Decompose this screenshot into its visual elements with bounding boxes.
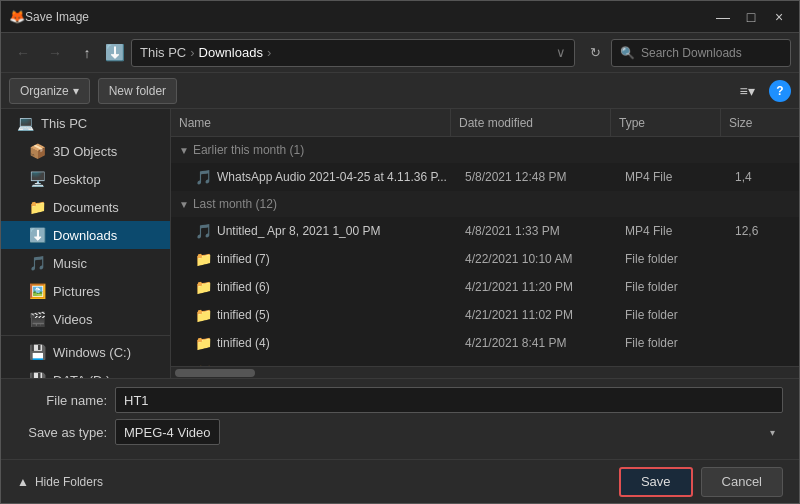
sidebar-item-3d-objects[interactable]: 📦 3D Objects [1, 137, 170, 165]
h-scrollbar-thumb [175, 369, 255, 377]
cancel-button[interactable]: Cancel [701, 467, 783, 497]
sidebar-item-label-windows-c: Windows (C:) [53, 345, 131, 360]
sidebar-item-pictures[interactable]: 🖼️ Pictures [1, 277, 170, 305]
file-icon-tinified7: 📁 [195, 251, 211, 267]
file-icon-tinified5: 📁 [195, 307, 211, 323]
form-area: File name: Save as type: MPEG-4 Video We… [1, 378, 799, 459]
file-type-tinified4: File folder [617, 336, 727, 350]
search-icon: 🔍 [620, 46, 635, 60]
search-box[interactable]: 🔍 Search Downloads [611, 39, 791, 67]
file-list: ▼ Earlier this month (1) 🎵 WhatsApp Audi… [171, 137, 799, 366]
save-dialog: 🦊 Save Image — □ × ← → ↑ ⬇️ This PC › Do… [0, 0, 800, 504]
col-name-header[interactable]: Name [171, 109, 451, 136]
col-date-label: Date modified [459, 116, 533, 130]
file-icon-tinified6: 📁 [195, 279, 211, 295]
help-button[interactable]: ? [769, 80, 791, 102]
desktop-icon: 🖥️ [29, 171, 45, 187]
sidebar-item-windows-c[interactable]: 💾 Windows (C:) [1, 338, 170, 366]
view-chevron-icon: ▾ [748, 83, 755, 99]
file-icon-tinified4: 📁 [195, 335, 211, 351]
sidebar-item-videos[interactable]: 🎬 Videos [1, 305, 170, 333]
up-button[interactable]: ↑ [73, 39, 101, 67]
address-sep: › [190, 45, 194, 60]
horizontal-scrollbar[interactable] [171, 366, 799, 378]
table-row[interactable]: 📁 tinified (7) 4/22/2021 10:10 AM File f… [171, 245, 799, 273]
sidebar-scroll: 💻 This PC 📦 3D Objects 🖥️ Desktop 📁 Docu… [1, 109, 170, 378]
organize-chevron-icon: ▾ [73, 84, 79, 98]
file-name-tinified4: tinified (4) [217, 336, 457, 350]
savetype-chevron-icon: ▾ [770, 427, 775, 438]
music-icon: 🎵 [29, 255, 45, 271]
savetype-label: Save as type: [17, 425, 107, 440]
table-row[interactable]: 📁 tinified (5) 4/21/2021 11:02 PM File f… [171, 301, 799, 329]
file-name-whatsapp: WhatsApp Audio 2021-04-25 at 4.11.36 P..… [217, 170, 457, 184]
forward-button[interactable]: → [41, 39, 69, 67]
savetype-row: Save as type: MPEG-4 Video WebM Video OG… [17, 419, 783, 445]
file-type-tinified7: File folder [617, 252, 727, 266]
file-date-tinified7: 4/22/2021 10:10 AM [457, 252, 617, 266]
sidebar-item-downloads[interactable]: ⬇️ Downloads [1, 221, 170, 249]
refresh-button[interactable]: ↻ [583, 41, 607, 65]
sidebar-item-documents[interactable]: 📁 Documents [1, 193, 170, 221]
file-type-tinified5: File folder [617, 308, 727, 322]
group-earlier-this-month[interactable]: ▼ Earlier this month (1) [171, 137, 799, 163]
view-toggle-button[interactable]: ≡ ▾ [733, 78, 761, 104]
group-earlier-label: Earlier this month (1) [193, 143, 304, 157]
sidebar-item-label-desktop: Desktop [53, 172, 101, 187]
downloads-icon: ⬇️ [29, 227, 45, 243]
sidebar-item-label-pictures: Pictures [53, 284, 100, 299]
sidebar-item-desktop[interactable]: 🖥️ Desktop [1, 165, 170, 193]
3d-objects-icon: 📦 [29, 143, 45, 159]
table-row[interactable]: 📁 tinified (4) 4/21/2021 8:41 PM File fo… [171, 329, 799, 357]
address-bar[interactable]: This PC › Downloads › ∨ [131, 39, 575, 67]
minimize-button[interactable]: — [711, 5, 735, 29]
title-bar: 🦊 Save Image — □ × [1, 1, 799, 33]
sidebar-item-data-d[interactable]: 💾 DATA (D:) [1, 366, 170, 378]
address-crumb-folder: Downloads [199, 45, 263, 60]
col-date-header[interactable]: Date modified [451, 109, 611, 136]
hide-folders-button[interactable]: ▲ Hide Folders [17, 475, 103, 489]
file-icon-whatsapp: 🎵 [195, 169, 211, 185]
sidebar-item-label-3d: 3D Objects [53, 144, 117, 159]
col-size-header[interactable]: Size [721, 109, 799, 136]
new-folder-button[interactable]: New folder [98, 78, 177, 104]
hide-folders-icon: ▲ [17, 475, 29, 489]
col-size-label: Size [729, 116, 752, 130]
table-row[interactable]: 📁 tinified (6) 4/21/2021 11:20 PM File f… [171, 273, 799, 301]
savetype-wrapper: MPEG-4 Video WebM Video OGG Video ▾ [115, 419, 783, 445]
new-folder-label: New folder [109, 84, 166, 98]
footer: ▲ Hide Folders Save Cancel [1, 459, 799, 503]
sidebar-item-label-videos: Videos [53, 312, 93, 327]
search-placeholder: Search Downloads [641, 46, 742, 60]
pictures-icon: 🖼️ [29, 283, 45, 299]
file-date-untitled: 4/8/2021 1:33 PM [457, 224, 617, 238]
file-date-whatsapp: 5/8/2021 12:48 PM [457, 170, 617, 184]
group-last-label: Last month (12) [193, 197, 277, 211]
file-icon-untitled: 🎵 [195, 223, 211, 239]
save-button[interactable]: Save [619, 467, 693, 497]
table-row[interactable]: 🎵 WhatsApp Audio 2021-04-25 at 4.11.36 P… [171, 163, 799, 191]
file-name-tinified7: tinified (7) [217, 252, 457, 266]
filename-input[interactable] [115, 387, 783, 413]
group-last-month[interactable]: ▼ Last month (12) [171, 191, 799, 217]
file-size-whatsapp: 1,4 [727, 170, 799, 184]
table-row[interactable]: 🎵 Untitled_ Apr 8, 2021 1_00 PM 4/8/2021… [171, 217, 799, 245]
sidebar-item-music[interactable]: 🎵 Music [1, 249, 170, 277]
table-row[interactable]: 📁 tinified (3) 4/21/2021 10:55 AM File f… [171, 357, 799, 366]
address-end-sep: › [267, 45, 271, 60]
file-type-tinified6: File folder [617, 280, 727, 294]
col-type-header[interactable]: Type [611, 109, 721, 136]
close-button[interactable]: × [767, 5, 791, 29]
address-crumb-root: This PC [140, 45, 186, 60]
view-icon: ≡ [739, 83, 747, 99]
file-header: Name Date modified Type Size [171, 109, 799, 137]
maximize-button[interactable]: □ [739, 5, 763, 29]
organize-button[interactable]: Organize ▾ [9, 78, 90, 104]
sidebar: 💻 This PC 📦 3D Objects 🖥️ Desktop 📁 Docu… [1, 109, 171, 378]
path-icon: ⬇️ [105, 43, 125, 62]
back-button[interactable]: ← [9, 39, 37, 67]
dialog-title: Save Image [25, 10, 711, 24]
sidebar-item-this-pc[interactable]: 💻 This PC [1, 109, 170, 137]
file-type-untitled: MP4 File [617, 224, 727, 238]
savetype-select[interactable]: MPEG-4 Video WebM Video OGG Video [115, 419, 220, 445]
